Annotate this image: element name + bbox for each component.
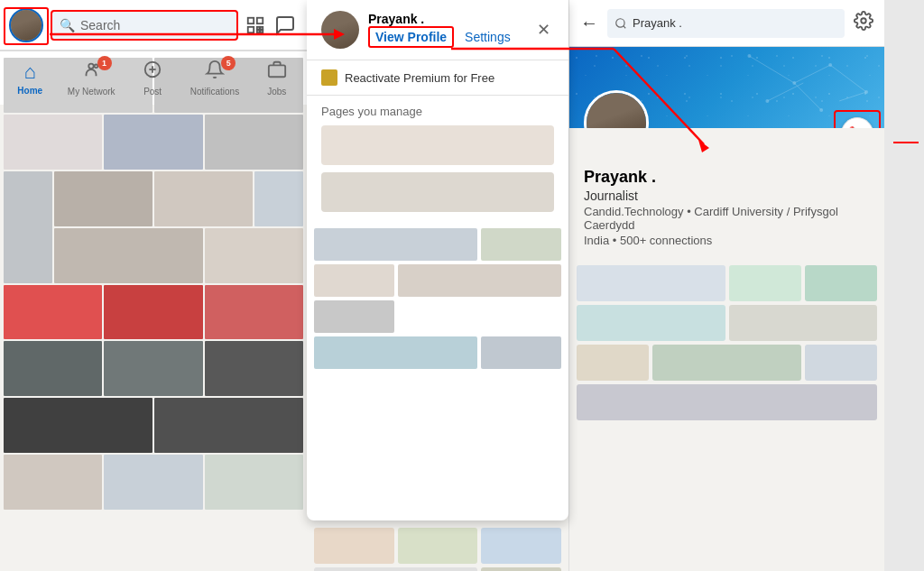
profile-company: Candid.Technology • Cardiff University /… <box>584 205 870 232</box>
nav-jobs-label: Jobs <box>267 87 286 97</box>
premium-banner[interactable]: Reactivate Premium for Free <box>307 60 568 96</box>
avatar[interactable] <box>9 8 43 42</box>
svg-rect-1 <box>257 17 263 23</box>
svg-line-19 <box>794 83 821 110</box>
post-icon <box>143 60 162 85</box>
svg-rect-0 <box>248 17 254 23</box>
dropdown-user-info: Prayank . View Profile Settings <box>368 12 523 48</box>
pages-section: Pages you manage <box>307 96 568 221</box>
right-header: ← Prayank . <box>569 0 884 47</box>
svg-point-25 <box>864 90 868 94</box>
settings-button[interactable]: Settings <box>465 30 511 44</box>
middle-scroll-content <box>307 520 568 571</box>
qr-icon[interactable] <box>245 15 265 35</box>
premium-text: Reactivate Premium for Free <box>345 71 494 85</box>
notifications-badge: 5 <box>221 56 236 70</box>
right-panel: ← Prayank . <box>568 0 884 571</box>
svg-rect-6 <box>261 30 263 32</box>
right-search-icon <box>614 17 627 30</box>
nav-notifications-label: Notifications <box>190 87 239 97</box>
search-bar[interactable]: 🔍 Search <box>51 10 238 41</box>
dropdown-avatar <box>321 11 359 49</box>
left-panel: 🔍 Search <box>0 0 307 571</box>
close-button[interactable]: ✕ <box>532 19 554 41</box>
svg-point-15 <box>861 18 866 23</box>
svg-point-27 <box>765 99 769 103</box>
left-content-mosaic <box>0 54 307 513</box>
svg-rect-4 <box>261 26 263 29</box>
svg-point-7 <box>88 64 94 69</box>
back-button[interactable]: ← <box>580 13 598 33</box>
middle-panel: Prayank . View Profile Settings ✕ Reacti… <box>307 0 568 571</box>
page-item[interactable] <box>321 172 554 212</box>
nav-network[interactable]: 1 My Network <box>68 60 116 97</box>
right-content <box>569 258 884 571</box>
pages-label: Pages you manage <box>321 105 554 118</box>
search-icon: 🔍 <box>60 18 75 32</box>
profile-name: Prayank . <box>584 168 870 187</box>
svg-point-24 <box>828 63 832 67</box>
svg-rect-5 <box>257 30 260 32</box>
right-search-bar[interactable]: Prayank . <box>607 9 845 38</box>
svg-rect-3 <box>257 26 260 29</box>
nav-post-label: Post <box>143 87 162 97</box>
nav-network-label: My Network <box>68 87 116 97</box>
profile-banner: ✏️ <box>569 47 884 128</box>
pages-list <box>321 125 554 212</box>
premium-icon <box>321 69 337 86</box>
svg-line-14 <box>624 25 626 28</box>
svg-line-21 <box>839 92 866 101</box>
profile-info: Prayank . Journalist Candid.Technology •… <box>569 128 884 258</box>
svg-line-20 <box>767 83 803 101</box>
jobs-icon <box>267 60 287 85</box>
svg-point-22 <box>747 54 751 58</box>
nav-post[interactable]: Post <box>130 60 175 97</box>
nav-home[interactable]: ⌂ Home <box>7 60 52 96</box>
svg-rect-12 <box>269 65 285 77</box>
right-search-text: Prayank . <box>633 16 682 30</box>
svg-point-26 <box>819 108 823 112</box>
network-badge: 1 <box>97 56 112 70</box>
svg-line-18 <box>830 65 866 92</box>
right-mosaic <box>577 265 877 420</box>
middle-mosaic <box>307 221 568 520</box>
svg-point-23 <box>792 81 796 85</box>
nav-jobs[interactable]: Jobs <box>254 60 300 97</box>
svg-rect-2 <box>248 26 254 32</box>
profile-title: Journalist <box>584 189 870 203</box>
left-header: 🔍 Search <box>0 0 307 51</box>
home-icon: ⌂ <box>24 60 36 84</box>
settings-gear-icon[interactable] <box>854 11 873 35</box>
pencil-icon: ✏️ <box>848 125 866 129</box>
dropdown-username: Prayank . <box>368 12 523 26</box>
view-profile-button[interactable]: View Profile <box>368 26 454 48</box>
svg-line-17 <box>794 65 830 83</box>
dropdown-header: Prayank . View Profile Settings ✕ <box>307 0 568 60</box>
search-placeholder-text: Search <box>80 18 120 32</box>
nav-home-label: Home <box>17 86 42 96</box>
profile-location: India • 500+ connections <box>584 234 870 247</box>
page-item[interactable] <box>321 125 554 165</box>
profile-dropdown: Prayank . View Profile Settings ✕ Reacti… <box>307 0 568 520</box>
svg-point-13 <box>616 18 624 26</box>
nav-notifications[interactable]: 5 Notifications <box>190 60 239 97</box>
messages-icon[interactable] <box>273 13 298 38</box>
dropdown-action-buttons: View Profile Settings <box>368 26 523 48</box>
svg-line-16 <box>749 56 794 83</box>
